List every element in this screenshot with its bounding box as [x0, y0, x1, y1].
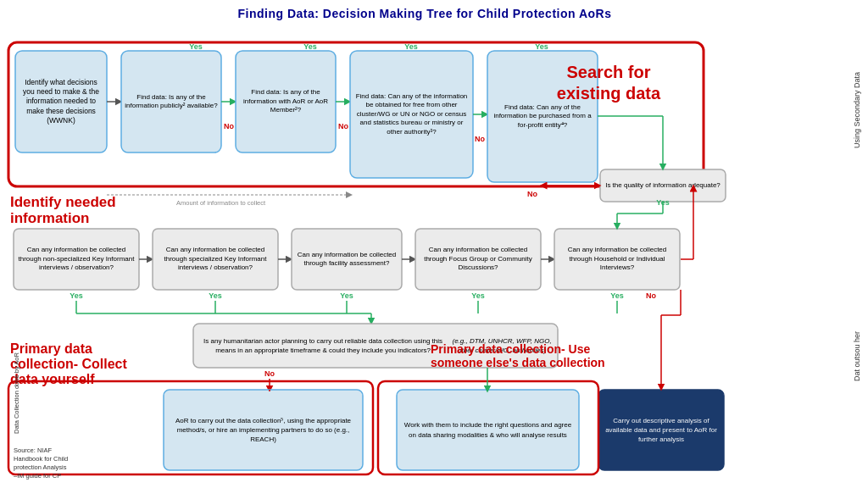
svg-rect-41: [554, 229, 680, 290]
svg-text:information: information: [10, 210, 90, 226]
svg-text:No: No: [527, 190, 537, 198]
svg-text:Yes: Yes: [471, 291, 485, 300]
svg-rect-3: [121, 51, 221, 152]
svg-text:Amount of information to colle: Amount of information to collect: [176, 199, 266, 207]
svg-text:Primary data: Primary data: [10, 341, 92, 356]
svg-text:collection- Collect: collection- Collect: [10, 357, 127, 371]
svg-text:No: No: [338, 122, 348, 130]
svg-text:Yes: Yes: [189, 42, 203, 51]
svg-text:Handbook for Child: Handbook for Child: [14, 455, 68, 463]
diagram-svg: Identify what decisions you need to make…: [7, 19, 846, 483]
svg-text:Yes: Yes: [610, 291, 624, 300]
svg-rect-29: [14, 229, 139, 290]
side-label-outsource: Dat outsou her: [848, 288, 866, 424]
svg-text:existing data: existing data: [557, 84, 661, 103]
svg-text:Data Collection done by AoR: Data Collection done by AoR: [13, 352, 20, 434]
svg-rect-11: [350, 51, 473, 178]
svg-rect-57: [598, 390, 724, 470]
svg-rect-38: [415, 229, 541, 290]
main-container: Finding Data: Decision Making Tree for C…: [0, 0, 868, 488]
svg-text:Identify  needed: Identify needed: [10, 194, 116, 210]
svg-text:Yes: Yes: [209, 291, 222, 300]
svg-text:–IM guide for CP: –IM guide for CP: [14, 472, 61, 480]
svg-rect-55: [164, 390, 363, 470]
svg-text:Primary data collection- Use: Primary data collection- Use: [431, 342, 591, 356]
svg-rect-56: [397, 390, 579, 470]
svg-text:No: No: [224, 122, 234, 130]
svg-rect-0: [8, 42, 704, 186]
svg-text:data yourself: data yourself: [10, 372, 95, 386]
svg-text:No: No: [264, 369, 275, 378]
svg-rect-32: [153, 229, 278, 290]
svg-text:Source: NIAF: Source: NIAF: [14, 446, 52, 454]
svg-text:Yes: Yes: [340, 291, 353, 300]
svg-text:No: No: [646, 291, 656, 300]
svg-text:Yes: Yes: [404, 42, 418, 51]
svg-text:Yes: Yes: [303, 42, 317, 51]
side-label-secondary: Using Secondary Data: [848, 17, 866, 203]
svg-text:Yes: Yes: [70, 291, 83, 300]
svg-text:Yes: Yes: [535, 42, 548, 51]
svg-rect-51: [193, 324, 558, 368]
svg-rect-20: [600, 169, 726, 202]
svg-text:Yes: Yes: [656, 198, 670, 207]
svg-text:someone else's data collection: someone else's data collection: [431, 356, 605, 369]
svg-rect-15: [487, 51, 598, 182]
page-title: Finding Data: Decision Making Tree for C…: [7, 7, 843, 20]
svg-rect-7: [236, 51, 336, 152]
svg-rect-58: [378, 381, 598, 474]
svg-text:protection Analysis: protection Analysis: [14, 463, 67, 471]
svg-text:Search for: Search for: [567, 63, 651, 81]
svg-marker-28: [346, 191, 353, 198]
svg-rect-1: [15, 51, 107, 152]
svg-rect-54: [8, 381, 373, 474]
svg-text:No: No: [475, 135, 485, 143]
svg-rect-35: [292, 229, 402, 290]
